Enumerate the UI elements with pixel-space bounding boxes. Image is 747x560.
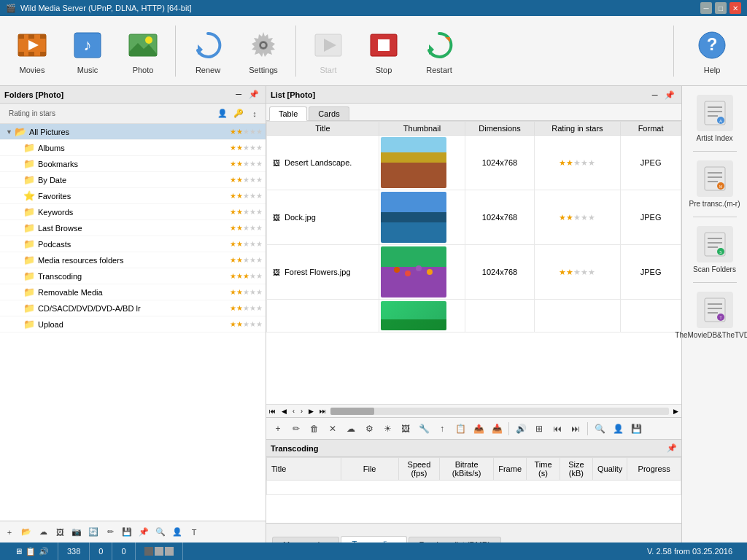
list-tb-add[interactable]: +	[269, 421, 287, 437]
tab-cards[interactable]: Cards	[309, 106, 349, 120]
sidebar-item-artist-index[interactable]: A Artist Index	[686, 92, 744, 145]
list-tb-tools[interactable]: 🔧	[415, 421, 433, 437]
list-tb-export[interactable]: 📤	[470, 421, 487, 437]
list-item[interactable]: 📁 By Date ★★★★★	[0, 172, 266, 188]
stop-button[interactable]: Stop	[357, 21, 410, 81]
sidebar-item-pre-transc[interactable]: M Pre transc.(m-r)	[686, 158, 744, 211]
list-tb-save[interactable]: 💾	[627, 421, 645, 437]
list-tb-user[interactable]: 👤	[609, 421, 627, 437]
list-tb-sun[interactable]: ☀	[379, 421, 396, 437]
close-button[interactable]: ✕	[729, 2, 741, 14]
trans-col-time[interactable]: Time (s)	[527, 458, 560, 481]
trans-col-file[interactable]: File	[341, 458, 398, 481]
list-tb-copy[interactable]: 📋	[452, 421, 469, 437]
folders-minimize[interactable]: ─	[233, 90, 244, 99]
folder-tb-user[interactable]: 👤	[169, 524, 185, 540]
list-tb-nav[interactable]: ⏭	[567, 421, 584, 437]
music-button[interactable]: ♪ Music	[61, 21, 114, 81]
trans-col-title[interactable]: Title	[267, 458, 341, 481]
scroll-next-page[interactable]: ▶	[306, 405, 317, 418]
trans-col-bitrate[interactable]: Bitrate (kBits/s)	[440, 458, 494, 481]
list-item[interactable]: 📁 Last Browse ★★★★★	[0, 220, 266, 236]
list-tb-cloud[interactable]: ☁	[342, 421, 360, 437]
list-tb-edit[interactable]: ✏	[287, 421, 305, 437]
folder-tb-refresh[interactable]: 🔄	[85, 524, 101, 540]
tab-transcoding[interactable]: Transcoding	[341, 536, 406, 542]
trans-col-progress[interactable]: Progress	[627, 458, 681, 481]
tab-message-log[interactable]: Message log	[272, 537, 339, 542]
settings-button[interactable]: Settings	[237, 21, 290, 81]
table-row[interactable]	[267, 300, 681, 332]
list-item[interactable]: 📁 Upload ★★★★★	[0, 316, 266, 332]
folder-tb-edit[interactable]: ✏	[102, 524, 118, 540]
table-row[interactable]: 🖼 Dock.jpg 747x560 ★★★★★ JPEG	[267, 190, 681, 245]
list-item[interactable]: ▼ 📂 All Pictures ★★★★★	[0, 124, 266, 140]
list-tb-img[interactable]: 🖼	[397, 421, 414, 437]
col-dimensions[interactable]: Dimensions	[465, 122, 535, 136]
list-tb-x[interactable]: ✕	[324, 421, 341, 437]
folder-tb-font[interactable]: T	[186, 524, 202, 540]
help-button[interactable]: ? Help	[683, 21, 741, 81]
transcoding-pin[interactable]: 📌	[667, 443, 677, 453]
folder-tb-cloud[interactable]: ☁	[35, 524, 51, 540]
list-item[interactable]: 📁 Keywords ★★★★★	[0, 204, 266, 220]
trans-col-speed[interactable]: Speed (fps)	[398, 458, 440, 481]
trans-col-quality[interactable]: Quality	[593, 458, 627, 481]
folder-tb-pin[interactable]: 📌	[136, 524, 152, 540]
minimize-button[interactable]: ─	[700, 2, 712, 14]
list-pin[interactable]: 📌	[662, 90, 677, 99]
col-format[interactable]: Format	[621, 122, 681, 136]
scroll-last[interactable]: ⏭	[317, 405, 329, 418]
list-item[interactable]: 📁 Transcoding ★★★★★	[0, 268, 266, 284]
table-row[interactable]: 🖼 Desert Landscape. 747x560 ★★★★★ JPEG	[267, 136, 681, 190]
folder-tb-search[interactable]: 🔍	[152, 524, 169, 540]
scrollbar-thumb[interactable]	[330, 408, 374, 415]
movies-button[interactable]: Movies	[6, 21, 58, 81]
sidebar-item-themoviedb[interactable]: T TheMovieDB&TheTVDB	[686, 289, 744, 342]
folder-tb-save[interactable]: 💾	[119, 524, 135, 540]
maximize-button[interactable]: □	[715, 2, 727, 14]
start-button[interactable]: Start	[302, 21, 355, 81]
renew-button[interactable]: Renew	[182, 21, 234, 81]
list-item[interactable]: 📁 Podcasts ★★★★★	[0, 236, 266, 252]
list-tb-settings[interactable]: ⚙	[360, 421, 378, 437]
list-tb-prev[interactable]: ⏮	[549, 421, 566, 437]
list-item[interactable]: 📁 Media resources folders ★★★★★	[0, 252, 266, 268]
tab-table[interactable]: Table	[269, 106, 307, 121]
col-title[interactable]: Title	[267, 122, 379, 136]
list-tb-vol[interactable]: 🔊	[512, 421, 530, 437]
folders-user-button[interactable]: 👤	[214, 106, 231, 122]
restart-button[interactable]: Restart	[413, 21, 465, 81]
list-item[interactable]: ⭐ Favorites ★★★★★	[0, 188, 266, 204]
folder-tb-cam[interactable]: 📷	[69, 524, 85, 540]
folder-tb-open[interactable]: 📂	[18, 524, 34, 540]
trans-col-frame[interactable]: Frame	[493, 458, 526, 481]
scroll-prev[interactable]: ‹	[290, 405, 298, 418]
folders-key-button[interactable]: 🔑	[231, 106, 247, 122]
scroll-right[interactable]: ▶	[670, 405, 681, 418]
tab-renderer-list[interactable]: Renderer list (DMR)	[409, 537, 502, 542]
scroll-first[interactable]: ⏮	[266, 405, 279, 418]
horizontal-scrollbar[interactable]: ⏮ ◀ ‹ › ▶ ⏭ ▶	[266, 404, 681, 417]
trans-col-size[interactable]: Size (kB)	[560, 458, 592, 481]
list-tb-grid[interactable]: ⊞	[530, 421, 548, 437]
list-item[interactable]: 📁 Bookmarks ★★★★★	[0, 156, 266, 172]
list-minimize[interactable]: ─	[650, 90, 660, 99]
folders-sort-button[interactable]: ↕	[247, 106, 263, 122]
folder-tb-img[interactable]: 🖼	[52, 524, 68, 540]
col-thumbnail[interactable]: Thumbnail	[379, 122, 465, 136]
scrollbar-track[interactable]	[330, 408, 669, 415]
scroll-next[interactable]: ›	[298, 405, 306, 418]
photo-button[interactable]: Photo	[117, 21, 169, 81]
list-tb-up[interactable]: ↑	[433, 421, 451, 437]
col-rating[interactable]: Rating in stars	[534, 122, 620, 136]
sidebar-item-scan-folders[interactable]: S Scan Folders	[686, 223, 744, 276]
list-item[interactable]: 📁 CD/SACD/DVD/DVD-A/BD lr ★★★★★	[0, 300, 266, 316]
list-item[interactable]: 📁 Albums ★★★★★	[0, 140, 266, 156]
list-item[interactable]: 📁 Removable Media ★★★★★	[0, 284, 266, 300]
folders-pin[interactable]: 📌	[247, 90, 261, 99]
table-row[interactable]: 🖼 Forest Flowers.jpg 747x560 ★★★★★ JPEG	[267, 245, 681, 300]
list-tb-search[interactable]: 🔍	[591, 421, 608, 437]
list-tb-import[interactable]: 📥	[488, 421, 506, 437]
list-tb-delete[interactable]: 🗑	[306, 421, 323, 437]
